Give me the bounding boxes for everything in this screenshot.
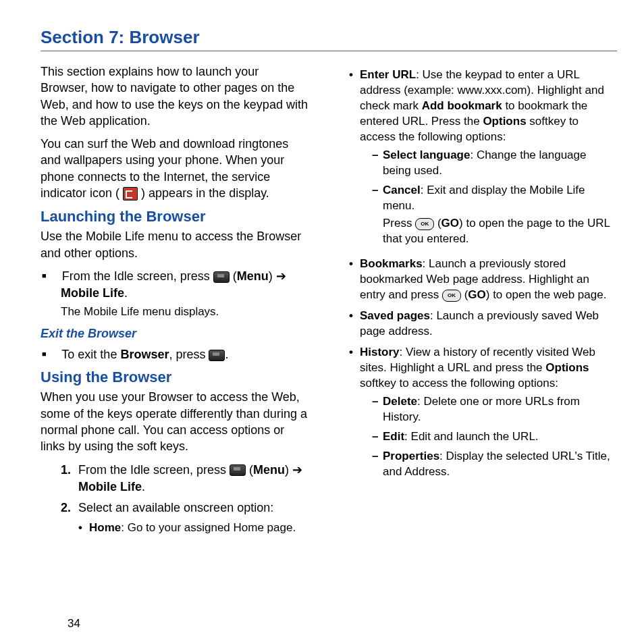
step-body: From the Idle screen, press (Menu) ➔ Mob… xyxy=(78,462,308,495)
launching-text: Use the Mobile Life menu to access the B… xyxy=(41,228,308,261)
label: Enter URL xyxy=(360,68,416,81)
columns: This section explains how to launch your… xyxy=(41,63,617,547)
label: Edit xyxy=(383,430,404,443)
step-body: Select an available onscreen option: • H… xyxy=(78,500,296,541)
softkey-icon xyxy=(213,271,230,283)
option-enter-url: • Enter URL: Use the keypad to enter a U… xyxy=(349,68,617,251)
text: From the Idle screen, press xyxy=(78,463,230,477)
ok-key-icon xyxy=(415,218,434,230)
launching-step: From the Idle screen, press (Menu) ➔ Mob… xyxy=(61,268,308,320)
intro-p1: This section explains how to launch your… xyxy=(41,63,308,129)
label: Options xyxy=(483,115,526,128)
text: Press xyxy=(383,217,415,230)
page-content: Section 7: Browser This section explains… xyxy=(0,0,644,554)
label: Select language xyxy=(383,149,470,161)
softkey-icon xyxy=(209,350,225,361)
text: From the Idle screen, press xyxy=(62,269,213,283)
dash: – xyxy=(372,449,383,480)
go-label: GO xyxy=(468,288,485,301)
bullet: • xyxy=(349,257,360,303)
sub-edit: – Edit: Edit and launch the URL. xyxy=(372,429,617,445)
mobile-life-label: Mobile Life xyxy=(61,286,124,300)
label: Properties xyxy=(383,450,439,462)
launching-heading: Launching the Browser xyxy=(41,208,308,225)
text: Select an available onscreen option: xyxy=(78,501,273,514)
right-column: • Enter URL: Use the keypad to enter a U… xyxy=(349,63,617,547)
text: : Go to your assigned Home page. xyxy=(121,521,296,534)
using-steps: 1. From the Idle screen, press (Menu) ➔ … xyxy=(41,462,308,542)
exit-heading: Exit the Browser xyxy=(41,327,308,341)
label: Options xyxy=(545,361,589,374)
label: Saved pages xyxy=(360,309,430,322)
step-1: 1. From the Idle screen, press (Menu) ➔ … xyxy=(61,462,308,495)
browser-label: Browser xyxy=(120,348,169,361)
exit-steps: To exit the Browser, press . xyxy=(41,346,308,363)
dash: – xyxy=(372,183,383,248)
bullet: • xyxy=(349,345,360,484)
using-text: When you use your Browser to access the … xyxy=(41,389,308,454)
option-bookmarks: • Bookmarks: Launch a previously stored … xyxy=(349,257,617,303)
arrow: ➔ xyxy=(276,269,286,283)
sub-cancel: – Cancel: Exit and display the Mobile Li… xyxy=(372,183,617,248)
step-2: 2. Select an available onscreen option: … xyxy=(61,500,308,541)
using-heading: Using the Browser xyxy=(41,369,308,386)
sub-select-language: – Select language: Change the language b… xyxy=(372,148,617,179)
dash: – xyxy=(372,394,383,425)
history-sub: – Delete: Delete one or more URLs from H… xyxy=(360,394,617,480)
section-title: Section 7: Browser xyxy=(41,27,617,48)
text: : Edit and launch the URL. xyxy=(404,430,538,443)
dash: – xyxy=(372,429,383,445)
option-list-cont: • Enter URL: Use the keypad to enter a U… xyxy=(349,68,617,484)
dash: – xyxy=(372,148,383,179)
label: Home xyxy=(89,521,121,534)
cancel-note: Press (GO) to open the page to the URL t… xyxy=(383,216,617,247)
text: softkey to access the following options: xyxy=(360,377,558,390)
option-home: • Home: Go to your assigned Home page. xyxy=(78,520,296,536)
text: ) to open the web page. xyxy=(486,288,607,301)
option-list: • Home: Go to your assigned Home page. xyxy=(78,520,296,536)
sub-options: – Select language: Change the language b… xyxy=(360,148,617,248)
ok-key-icon xyxy=(442,290,461,302)
menu-label: Menu xyxy=(253,463,285,477)
step-number: 1. xyxy=(61,462,78,495)
text: , press xyxy=(169,348,209,361)
launching-steps: From the Idle screen, press (Menu) ➔ Mob… xyxy=(41,268,308,320)
bullet: • xyxy=(349,68,360,251)
exit-step: To exit the Browser, press . xyxy=(61,346,308,363)
left-column: This section explains how to launch your… xyxy=(41,63,308,547)
softkey-icon xyxy=(230,464,246,476)
label: History xyxy=(360,346,400,358)
intro-p2b: ) appears in the display. xyxy=(141,186,269,200)
option-history: • History: View a history of recently vi… xyxy=(349,345,617,484)
launching-result: The Mobile Life menu displays. xyxy=(61,304,308,320)
label: Delete xyxy=(383,395,417,408)
page-number: 34 xyxy=(68,617,80,630)
go-label: GO xyxy=(441,217,459,230)
service-indicator-icon xyxy=(123,187,138,200)
text: To exit the xyxy=(61,348,120,361)
mobile-life-label: Mobile Life xyxy=(78,480,142,493)
menu-label: Menu xyxy=(237,269,269,283)
sub-delete: – Delete: Delete one or more URLs from H… xyxy=(372,394,617,425)
label: Bookmarks xyxy=(360,257,423,270)
bullet: • xyxy=(78,520,89,536)
sub-properties: – Properties: Display the selected URL's… xyxy=(372,449,617,480)
bullet: • xyxy=(349,308,360,340)
option-saved-pages: • Saved pages: Launch a previously saved… xyxy=(349,308,617,340)
arrow: ➔ xyxy=(292,463,302,477)
title-rule xyxy=(41,51,617,51)
step-number: 2. xyxy=(61,500,78,541)
intro-p2: You can surf the Web and download ringto… xyxy=(41,136,308,201)
label: Cancel xyxy=(383,184,421,196)
label: Add bookmark xyxy=(422,99,502,112)
